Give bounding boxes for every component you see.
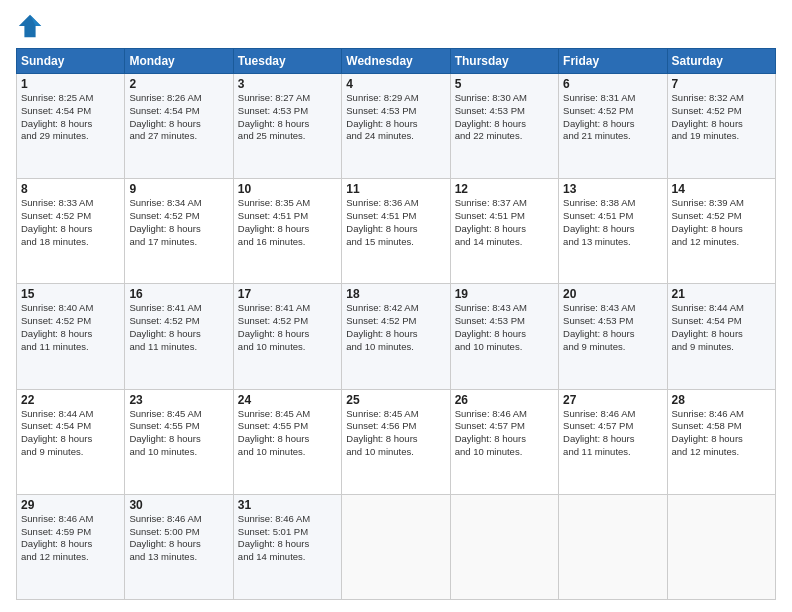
- calendar-cell: [342, 494, 450, 599]
- day-number: 6: [563, 77, 662, 91]
- day-info: Sunrise: 8:41 AMSunset: 4:52 PMDaylight:…: [238, 302, 337, 353]
- day-number: 25: [346, 393, 445, 407]
- day-number: 2: [129, 77, 228, 91]
- day-info: Sunrise: 8:45 AMSunset: 4:56 PMDaylight:…: [346, 408, 445, 459]
- calendar-cell: 29Sunrise: 8:46 AMSunset: 4:59 PMDayligh…: [17, 494, 125, 599]
- calendar-cell: 16Sunrise: 8:41 AMSunset: 4:52 PMDayligh…: [125, 284, 233, 389]
- day-number: 26: [455, 393, 554, 407]
- day-number: 24: [238, 393, 337, 407]
- day-number: 7: [672, 77, 771, 91]
- calendar-cell: 27Sunrise: 8:46 AMSunset: 4:57 PMDayligh…: [559, 389, 667, 494]
- calendar-cell: 21Sunrise: 8:44 AMSunset: 4:54 PMDayligh…: [667, 284, 775, 389]
- day-info: Sunrise: 8:36 AMSunset: 4:51 PMDaylight:…: [346, 197, 445, 248]
- calendar-cell: 25Sunrise: 8:45 AMSunset: 4:56 PMDayligh…: [342, 389, 450, 494]
- day-number: 20: [563, 287, 662, 301]
- day-info: Sunrise: 8:46 AMSunset: 4:57 PMDaylight:…: [455, 408, 554, 459]
- day-info: Sunrise: 8:42 AMSunset: 4:52 PMDaylight:…: [346, 302, 445, 353]
- weekday-header-tuesday: Tuesday: [233, 49, 341, 74]
- day-info: Sunrise: 8:45 AMSunset: 4:55 PMDaylight:…: [238, 408, 337, 459]
- day-info: Sunrise: 8:34 AMSunset: 4:52 PMDaylight:…: [129, 197, 228, 248]
- day-info: Sunrise: 8:45 AMSunset: 4:55 PMDaylight:…: [129, 408, 228, 459]
- calendar-cell: 24Sunrise: 8:45 AMSunset: 4:55 PMDayligh…: [233, 389, 341, 494]
- day-number: 14: [672, 182, 771, 196]
- day-number: 28: [672, 393, 771, 407]
- calendar-cell: 14Sunrise: 8:39 AMSunset: 4:52 PMDayligh…: [667, 179, 775, 284]
- day-info: Sunrise: 8:46 AMSunset: 4:58 PMDaylight:…: [672, 408, 771, 459]
- day-number: 22: [21, 393, 120, 407]
- calendar-cell: [450, 494, 558, 599]
- day-info: Sunrise: 8:43 AMSunset: 4:53 PMDaylight:…: [455, 302, 554, 353]
- day-info: Sunrise: 8:32 AMSunset: 4:52 PMDaylight:…: [672, 92, 771, 143]
- calendar-cell: 15Sunrise: 8:40 AMSunset: 4:52 PMDayligh…: [17, 284, 125, 389]
- day-number: 29: [21, 498, 120, 512]
- calendar-cell: 10Sunrise: 8:35 AMSunset: 4:51 PMDayligh…: [233, 179, 341, 284]
- day-number: 1: [21, 77, 120, 91]
- day-number: 18: [346, 287, 445, 301]
- day-info: Sunrise: 8:31 AMSunset: 4:52 PMDaylight:…: [563, 92, 662, 143]
- day-number: 4: [346, 77, 445, 91]
- day-number: 5: [455, 77, 554, 91]
- calendar-cell: 4Sunrise: 8:29 AMSunset: 4:53 PMDaylight…: [342, 74, 450, 179]
- page: SundayMondayTuesdayWednesdayThursdayFrid…: [0, 0, 792, 612]
- day-info: Sunrise: 8:39 AMSunset: 4:52 PMDaylight:…: [672, 197, 771, 248]
- day-info: Sunrise: 8:38 AMSunset: 4:51 PMDaylight:…: [563, 197, 662, 248]
- day-number: 8: [21, 182, 120, 196]
- calendar-body: 1Sunrise: 8:25 AMSunset: 4:54 PMDaylight…: [17, 74, 776, 600]
- calendar-cell: 2Sunrise: 8:26 AMSunset: 4:54 PMDaylight…: [125, 74, 233, 179]
- day-info: Sunrise: 8:33 AMSunset: 4:52 PMDaylight:…: [21, 197, 120, 248]
- day-number: 27: [563, 393, 662, 407]
- calendar-cell: 8Sunrise: 8:33 AMSunset: 4:52 PMDaylight…: [17, 179, 125, 284]
- day-info: Sunrise: 8:46 AMSunset: 4:57 PMDaylight:…: [563, 408, 662, 459]
- calendar-cell: 12Sunrise: 8:37 AMSunset: 4:51 PMDayligh…: [450, 179, 558, 284]
- day-info: Sunrise: 8:43 AMSunset: 4:53 PMDaylight:…: [563, 302, 662, 353]
- day-number: 23: [129, 393, 228, 407]
- calendar-cell: [559, 494, 667, 599]
- logo-icon: [16, 12, 44, 40]
- weekday-header-monday: Monday: [125, 49, 233, 74]
- calendar-cell: 31Sunrise: 8:46 AMSunset: 5:01 PMDayligh…: [233, 494, 341, 599]
- day-number: 3: [238, 77, 337, 91]
- day-info: Sunrise: 8:35 AMSunset: 4:51 PMDaylight:…: [238, 197, 337, 248]
- calendar-cell: 19Sunrise: 8:43 AMSunset: 4:53 PMDayligh…: [450, 284, 558, 389]
- calendar-week-1: 1Sunrise: 8:25 AMSunset: 4:54 PMDaylight…: [17, 74, 776, 179]
- calendar-cell: 30Sunrise: 8:46 AMSunset: 5:00 PMDayligh…: [125, 494, 233, 599]
- calendar-table: SundayMondayTuesdayWednesdayThursdayFrid…: [16, 48, 776, 600]
- day-number: 12: [455, 182, 554, 196]
- calendar-cell: 13Sunrise: 8:38 AMSunset: 4:51 PMDayligh…: [559, 179, 667, 284]
- day-number: 9: [129, 182, 228, 196]
- calendar-cell: 6Sunrise: 8:31 AMSunset: 4:52 PMDaylight…: [559, 74, 667, 179]
- day-info: Sunrise: 8:40 AMSunset: 4:52 PMDaylight:…: [21, 302, 120, 353]
- day-number: 19: [455, 287, 554, 301]
- calendar-cell: 1Sunrise: 8:25 AMSunset: 4:54 PMDaylight…: [17, 74, 125, 179]
- calendar-cell: [667, 494, 775, 599]
- calendar-week-5: 29Sunrise: 8:46 AMSunset: 4:59 PMDayligh…: [17, 494, 776, 599]
- calendar-cell: 26Sunrise: 8:46 AMSunset: 4:57 PMDayligh…: [450, 389, 558, 494]
- calendar-cell: 17Sunrise: 8:41 AMSunset: 4:52 PMDayligh…: [233, 284, 341, 389]
- day-info: Sunrise: 8:27 AMSunset: 4:53 PMDaylight:…: [238, 92, 337, 143]
- day-info: Sunrise: 8:46 AMSunset: 5:01 PMDaylight:…: [238, 513, 337, 564]
- calendar-cell: 3Sunrise: 8:27 AMSunset: 4:53 PMDaylight…: [233, 74, 341, 179]
- calendar-cell: 7Sunrise: 8:32 AMSunset: 4:52 PMDaylight…: [667, 74, 775, 179]
- calendar-cell: 9Sunrise: 8:34 AMSunset: 4:52 PMDaylight…: [125, 179, 233, 284]
- day-info: Sunrise: 8:41 AMSunset: 4:52 PMDaylight:…: [129, 302, 228, 353]
- calendar-cell: 18Sunrise: 8:42 AMSunset: 4:52 PMDayligh…: [342, 284, 450, 389]
- header: [16, 12, 776, 40]
- day-number: 21: [672, 287, 771, 301]
- day-info: Sunrise: 8:37 AMSunset: 4:51 PMDaylight:…: [455, 197, 554, 248]
- day-info: Sunrise: 8:29 AMSunset: 4:53 PMDaylight:…: [346, 92, 445, 143]
- day-info: Sunrise: 8:30 AMSunset: 4:53 PMDaylight:…: [455, 92, 554, 143]
- calendar-week-2: 8Sunrise: 8:33 AMSunset: 4:52 PMDaylight…: [17, 179, 776, 284]
- calendar-cell: 23Sunrise: 8:45 AMSunset: 4:55 PMDayligh…: [125, 389, 233, 494]
- calendar-cell: 20Sunrise: 8:43 AMSunset: 4:53 PMDayligh…: [559, 284, 667, 389]
- day-number: 31: [238, 498, 337, 512]
- weekday-header-sunday: Sunday: [17, 49, 125, 74]
- day-info: Sunrise: 8:25 AMSunset: 4:54 PMDaylight:…: [21, 92, 120, 143]
- logo: [16, 12, 48, 40]
- weekday-header-row: SundayMondayTuesdayWednesdayThursdayFrid…: [17, 49, 776, 74]
- weekday-header-thursday: Thursday: [450, 49, 558, 74]
- day-info: Sunrise: 8:44 AMSunset: 4:54 PMDaylight:…: [672, 302, 771, 353]
- calendar-cell: 28Sunrise: 8:46 AMSunset: 4:58 PMDayligh…: [667, 389, 775, 494]
- weekday-header-wednesday: Wednesday: [342, 49, 450, 74]
- day-number: 17: [238, 287, 337, 301]
- weekday-header-saturday: Saturday: [667, 49, 775, 74]
